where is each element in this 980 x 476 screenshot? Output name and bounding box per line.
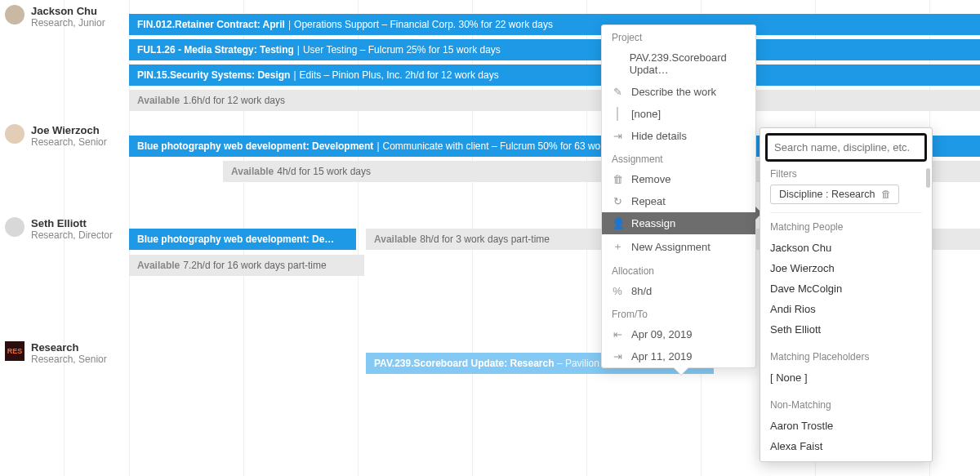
assignment-bar[interactable]: PIN.15.Security Systems: Design|Edits – …	[129, 65, 980, 86]
person-header[interactable]: Joe Wierzoch Research, Senior	[5, 124, 107, 148]
popover-reassign-row[interactable]: 👤 Reassign	[602, 212, 755, 234]
scrollbar-indicator[interactable]	[926, 168, 930, 188]
assignment-title: PIN.15.Security Systems: Design	[137, 69, 290, 81]
reassign-person-option[interactable]: Seth Elliott	[770, 319, 922, 340]
assignment-bar[interactable]: Blue photography web development: De…	[129, 229, 356, 250]
assignment-title: FIN.012.Retainer Contract: April	[137, 19, 285, 30]
person-header[interactable]: Seth Elliott Research, Director	[5, 217, 113, 241]
avatar	[5, 124, 24, 144]
from-date-icon: ⇤	[612, 328, 623, 340]
nonmatching-header: Non-Matching	[770, 399, 922, 411]
person-header[interactable]: Jackson Chu Research, Junior	[5, 5, 105, 29]
assignment-bar[interactable]: FUL1.26 - Media Strategy: Testing|User T…	[129, 39, 980, 60]
availability-text: 1.6h/d for 12 work days	[183, 95, 285, 106]
availability-bar[interactable]: Available1.6h/d for 12 work days	[129, 90, 980, 111]
popover-new-assign-row[interactable]: ＋ New Assignment	[602, 234, 755, 259]
popover-allocation-header: Allocation	[602, 259, 755, 280]
plus-icon: ＋	[612, 239, 623, 254]
person-subtitle: Research, Senior	[31, 354, 107, 365]
reassign-person-option[interactable]: Dave McColgin	[770, 278, 922, 299]
matching-placeholders-header: Matching Placeholders	[770, 351, 922, 363]
reassign-person-option[interactable]: Andi Rios	[770, 299, 922, 319]
filter-chip[interactable]: Discipline : Research 🗑	[770, 185, 899, 204]
person-subtitle: Research, Director	[31, 229, 113, 241]
assignment-detail: Communicate with client – Fulcrum 50% fo…	[383, 140, 609, 152]
assignment-bar[interactable]: FIN.012.Retainer Contract: April|Operati…	[129, 14, 980, 35]
availability-bar[interactable]: Available7.2h/d for 16 work days part-ti…	[129, 255, 364, 276]
search-input[interactable]	[768, 136, 924, 159]
popover-tail-arrow	[674, 367, 688, 375]
popover-from-row[interactable]: ⇤ Apr 09, 2019	[602, 323, 755, 345]
availability-label: Available	[374, 234, 416, 245]
assignment-detail: Operations Support – Financial Corp. 30%…	[294, 19, 553, 30]
assignment-title: Blue photography web development: Develo…	[137, 140, 373, 152]
availability-label: Available	[137, 95, 180, 106]
popover-to-row[interactable]: ⇥ Apr 11, 2019	[602, 345, 755, 367]
availability-label: Available	[137, 260, 180, 271]
availability-text: 8h/d for 3 work days part-time	[420, 234, 550, 245]
filter-chip-remove-icon[interactable]: 🗑	[881, 189, 892, 200]
filters-header: Filters	[770, 168, 922, 180]
person-name: Seth Elliott	[31, 217, 113, 229]
availability-label: Available	[231, 166, 274, 177]
assignment-title: Blue photography web development: De…	[137, 234, 334, 245]
reassign-flyout: Filters Discipline : Research 🗑 Matching…	[760, 127, 933, 462]
reassign-person-option[interactable]: Joe Wierzoch	[770, 258, 922, 278]
popover-remove-row[interactable]: 🗑 Remove	[602, 168, 755, 190]
popover-project-header: Project	[602, 25, 755, 47]
popover-color-row[interactable]: [none]	[602, 103, 755, 125]
popover-hide-row[interactable]: ⇥ Hide details	[602, 125, 755, 147]
trash-icon: 🗑	[612, 173, 623, 185]
person-subtitle: Research, Senior	[31, 136, 107, 148]
popover-project-row[interactable]: PAV.239.Scoreboard Updat…	[602, 47, 755, 81]
search-wrap	[765, 133, 927, 162]
percent-icon: %	[612, 285, 623, 297]
popover-fromto-header: From/To	[602, 302, 755, 323]
pencil-icon: ✎	[612, 86, 623, 98]
person-icon: 👤	[612, 217, 623, 229]
avatar: RES	[5, 341, 24, 361]
assignment-detail: Edits – Pinion Plus, Inc. 2h/d for 12 wo…	[300, 69, 499, 81]
reassign-nonmatching-option[interactable]: Alexa Faist	[770, 436, 922, 456]
popover-assignment-header: Assignment	[602, 147, 755, 168]
matching-people-header: Matching People	[770, 221, 922, 233]
assignment-title: PAV.239.Scoreboard Update: Research	[374, 358, 555, 369]
popover-describe-row[interactable]: ✎ Describe the work	[602, 81, 755, 103]
avatar	[5, 217, 24, 237]
repeat-icon: ↻	[612, 195, 623, 207]
assignment-popover: Project PAV.239.Scoreboard Updat… ✎ Desc…	[601, 24, 756, 368]
person-name: Joe Wierzoch	[31, 124, 107, 136]
person-name: Jackson Chu	[31, 5, 105, 17]
to-date-icon: ⇥	[612, 350, 623, 363]
popover-allocation-row[interactable]: % 8h/d	[602, 280, 755, 302]
popover-repeat-row[interactable]: ↻ Repeat	[602, 190, 755, 212]
person-subtitle: Research, Junior	[31, 17, 105, 29]
availability-text: 4h/d for 15 work days	[277, 166, 371, 177]
collapse-icon: ⇥	[612, 130, 623, 142]
swatch-icon	[612, 108, 623, 120]
reassign-person-option[interactable]: Jackson Chu	[770, 238, 922, 258]
reassign-placeholder-option[interactable]: [ None ]	[770, 367, 922, 388]
divider	[770, 212, 922, 213]
assignment-title: FUL1.26 - Media Strategy: Testing	[137, 44, 294, 56]
popover-project-name: PAV.239.Scoreboard Updat…	[630, 51, 746, 76]
person-header[interactable]: RES Research Research, Senior	[5, 341, 107, 365]
avatar	[5, 5, 24, 24]
assignment-detail: User Testing – Fulcrum 25% for 15 work d…	[303, 44, 501, 56]
availability-text: 7.2h/d for 16 work days part-time	[183, 260, 326, 271]
person-name: Research	[31, 341, 107, 354]
reassign-nonmatching-option[interactable]: Aaron Trostle	[770, 416, 922, 436]
